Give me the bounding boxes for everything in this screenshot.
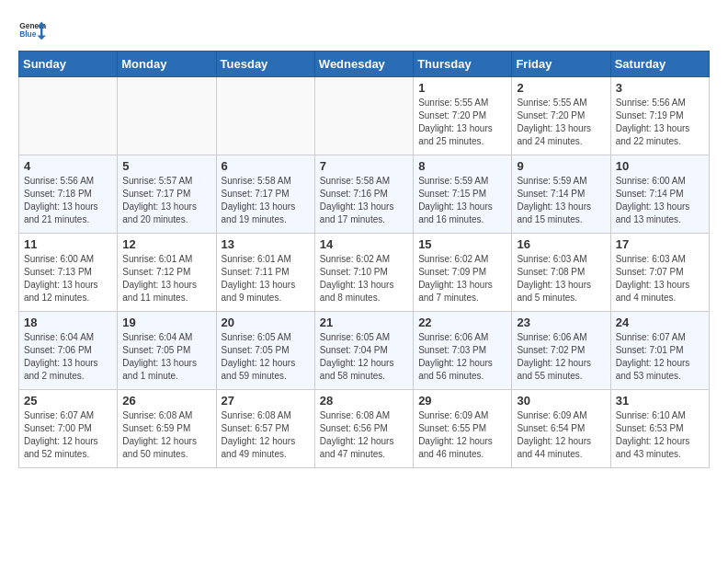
day-info: Sunrise: 6:07 AM Sunset: 7:00 PM Dayligh… <box>24 409 112 461</box>
day-info: Sunrise: 6:06 AM Sunset: 7:03 PM Dayligh… <box>418 331 506 383</box>
calendar-cell: 25Sunrise: 6:07 AM Sunset: 7:00 PM Dayli… <box>19 390 118 468</box>
day-number: 23 <box>517 316 605 329</box>
day-number: 3 <box>616 81 704 95</box>
page-header: General Blue <box>18 18 710 41</box>
weekday-header-friday: Friday <box>512 52 610 77</box>
weekday-header-sunday: Sunday <box>19 52 118 77</box>
weekday-header-wednesday: Wednesday <box>314 52 413 77</box>
calendar-cell: 8Sunrise: 5:59 AM Sunset: 7:15 PM Daylig… <box>414 155 512 234</box>
day-info: Sunrise: 5:55 AM Sunset: 7:20 PM Dayligh… <box>517 97 605 148</box>
day-info: Sunrise: 5:56 AM Sunset: 7:19 PM Dayligh… <box>616 97 704 148</box>
calendar-cell: 20Sunrise: 6:05 AM Sunset: 7:05 PM Dayli… <box>216 312 314 390</box>
day-number: 5 <box>122 159 210 173</box>
calendar-cell: 4Sunrise: 5:56 AM Sunset: 7:18 PM Daylig… <box>19 155 118 234</box>
day-info: Sunrise: 6:09 AM Sunset: 6:54 PM Dayligh… <box>517 409 605 461</box>
calendar-week-row: 18Sunrise: 6:04 AM Sunset: 7:06 PM Dayli… <box>19 312 710 390</box>
day-info: Sunrise: 5:55 AM Sunset: 7:20 PM Dayligh… <box>418 97 506 148</box>
day-number: 6 <box>222 159 310 173</box>
day-number: 29 <box>418 394 506 408</box>
day-number: 10 <box>616 159 704 173</box>
day-info: Sunrise: 6:02 AM Sunset: 7:10 PM Dayligh… <box>320 253 408 304</box>
day-number: 28 <box>320 394 408 408</box>
day-info: Sunrise: 6:08 AM Sunset: 6:56 PM Dayligh… <box>320 409 408 461</box>
day-number: 9 <box>517 159 605 173</box>
day-number: 20 <box>222 316 310 329</box>
day-info: Sunrise: 6:03 AM Sunset: 7:07 PM Dayligh… <box>616 253 704 304</box>
calendar-cell: 10Sunrise: 6:00 AM Sunset: 7:14 PM Dayli… <box>610 155 709 234</box>
calendar-week-row: 1Sunrise: 5:55 AM Sunset: 7:20 PM Daylig… <box>19 77 710 155</box>
day-info: Sunrise: 6:05 AM Sunset: 7:05 PM Dayligh… <box>222 331 310 383</box>
day-info: Sunrise: 5:56 AM Sunset: 7:18 PM Dayligh… <box>24 175 112 226</box>
day-number: 27 <box>222 394 310 408</box>
day-number: 15 <box>418 237 506 251</box>
day-info: Sunrise: 6:00 AM Sunset: 7:14 PM Dayligh… <box>616 175 704 226</box>
day-number: 14 <box>320 237 408 251</box>
calendar-cell: 3Sunrise: 5:56 AM Sunset: 7:19 PM Daylig… <box>610 77 709 155</box>
day-info: Sunrise: 5:59 AM Sunset: 7:14 PM Dayligh… <box>517 175 605 226</box>
day-info: Sunrise: 5:59 AM Sunset: 7:15 PM Dayligh… <box>418 175 506 226</box>
logo-icon: General Blue <box>18 18 46 41</box>
day-number: 30 <box>517 394 605 408</box>
calendar-cell: 14Sunrise: 6:02 AM Sunset: 7:10 PM Dayli… <box>314 234 413 312</box>
weekday-header-row: SundayMondayTuesdayWednesdayThursdayFrid… <box>19 52 710 77</box>
day-info: Sunrise: 6:10 AM Sunset: 6:53 PM Dayligh… <box>616 409 704 461</box>
calendar-cell: 5Sunrise: 5:57 AM Sunset: 7:17 PM Daylig… <box>118 155 216 234</box>
day-number: 12 <box>122 237 210 251</box>
calendar-cell: 11Sunrise: 6:00 AM Sunset: 7:13 PM Dayli… <box>19 234 118 312</box>
weekday-header-thursday: Thursday <box>414 52 512 77</box>
calendar-week-row: 4Sunrise: 5:56 AM Sunset: 7:18 PM Daylig… <box>19 155 710 234</box>
day-info: Sunrise: 6:05 AM Sunset: 7:04 PM Dayligh… <box>320 331 408 383</box>
day-number: 19 <box>122 316 210 329</box>
day-number: 13 <box>222 237 310 251</box>
calendar-cell <box>19 77 118 155</box>
calendar-cell: 28Sunrise: 6:08 AM Sunset: 6:56 PM Dayli… <box>314 390 413 468</box>
day-info: Sunrise: 6:01 AM Sunset: 7:11 PM Dayligh… <box>222 253 310 304</box>
day-info: Sunrise: 5:58 AM Sunset: 7:16 PM Dayligh… <box>320 175 408 226</box>
calendar-cell: 17Sunrise: 6:03 AM Sunset: 7:07 PM Dayli… <box>610 234 709 312</box>
calendar-cell: 18Sunrise: 6:04 AM Sunset: 7:06 PM Dayli… <box>19 312 118 390</box>
calendar-table: SundayMondayTuesdayWednesdayThursdayFrid… <box>18 51 710 468</box>
day-info: Sunrise: 6:02 AM Sunset: 7:09 PM Dayligh… <box>418 253 506 304</box>
calendar-cell: 12Sunrise: 6:01 AM Sunset: 7:12 PM Dayli… <box>118 234 216 312</box>
day-number: 25 <box>24 394 112 408</box>
calendar-cell: 7Sunrise: 5:58 AM Sunset: 7:16 PM Daylig… <box>314 155 413 234</box>
day-number: 22 <box>418 316 506 329</box>
day-number: 4 <box>24 159 112 173</box>
day-number: 11 <box>24 237 112 251</box>
day-number: 18 <box>24 316 112 329</box>
day-info: Sunrise: 6:04 AM Sunset: 7:05 PM Dayligh… <box>122 331 210 383</box>
calendar-cell: 16Sunrise: 6:03 AM Sunset: 7:08 PM Dayli… <box>512 234 610 312</box>
day-number: 1 <box>418 81 506 95</box>
logo: General Blue <box>18 18 46 41</box>
day-number: 31 <box>616 394 704 408</box>
day-info: Sunrise: 6:00 AM Sunset: 7:13 PM Dayligh… <box>24 253 112 304</box>
calendar-cell: 30Sunrise: 6:09 AM Sunset: 6:54 PM Dayli… <box>512 390 610 468</box>
calendar-cell: 21Sunrise: 6:05 AM Sunset: 7:04 PM Dayli… <box>314 312 413 390</box>
weekday-header-saturday: Saturday <box>610 52 709 77</box>
weekday-header-monday: Monday <box>118 52 216 77</box>
calendar-cell: 23Sunrise: 6:06 AM Sunset: 7:02 PM Dayli… <box>512 312 610 390</box>
weekday-header-tuesday: Tuesday <box>216 52 314 77</box>
calendar-cell: 22Sunrise: 6:06 AM Sunset: 7:03 PM Dayli… <box>414 312 512 390</box>
day-number: 7 <box>320 159 408 173</box>
svg-text:Blue: Blue <box>19 29 37 39</box>
day-number: 26 <box>122 394 210 408</box>
day-info: Sunrise: 6:08 AM Sunset: 6:59 PM Dayligh… <box>122 409 210 461</box>
day-number: 16 <box>517 237 605 251</box>
day-number: 2 <box>517 81 605 95</box>
calendar-cell: 19Sunrise: 6:04 AM Sunset: 7:05 PM Dayli… <box>118 312 216 390</box>
calendar-cell: 27Sunrise: 6:08 AM Sunset: 6:57 PM Dayli… <box>216 390 314 468</box>
calendar-week-row: 11Sunrise: 6:00 AM Sunset: 7:13 PM Dayli… <box>19 234 710 312</box>
day-info: Sunrise: 6:09 AM Sunset: 6:55 PM Dayligh… <box>418 409 506 461</box>
day-info: Sunrise: 6:01 AM Sunset: 7:12 PM Dayligh… <box>122 253 210 304</box>
calendar-cell <box>118 77 216 155</box>
day-number: 17 <box>616 237 704 251</box>
calendar-cell: 1Sunrise: 5:55 AM Sunset: 7:20 PM Daylig… <box>414 77 512 155</box>
day-number: 21 <box>320 316 408 329</box>
day-info: Sunrise: 5:57 AM Sunset: 7:17 PM Dayligh… <box>122 175 210 226</box>
day-info: Sunrise: 6:04 AM Sunset: 7:06 PM Dayligh… <box>24 331 112 383</box>
calendar-cell: 13Sunrise: 6:01 AM Sunset: 7:11 PM Dayli… <box>216 234 314 312</box>
calendar-cell: 2Sunrise: 5:55 AM Sunset: 7:20 PM Daylig… <box>512 77 610 155</box>
calendar-cell: 31Sunrise: 6:10 AM Sunset: 6:53 PM Dayli… <box>610 390 709 468</box>
calendar-week-row: 25Sunrise: 6:07 AM Sunset: 7:00 PM Dayli… <box>19 390 710 468</box>
